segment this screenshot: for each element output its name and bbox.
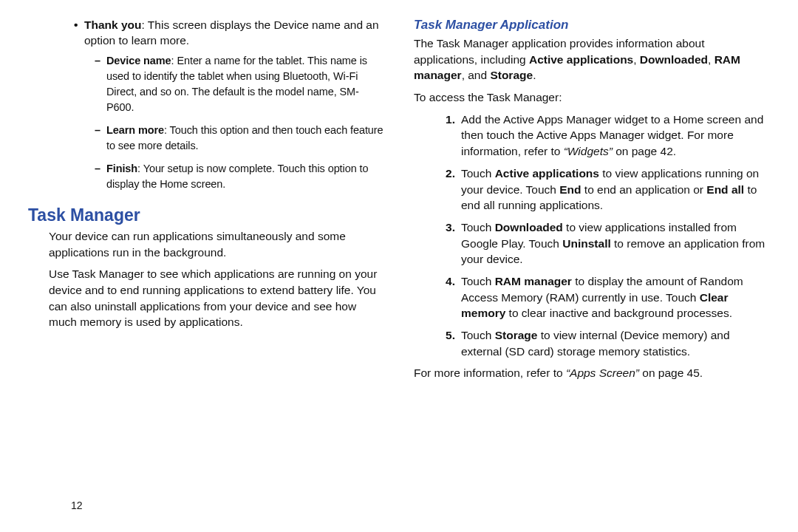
tm-access-line: To access the Task Manager:: [414, 89, 770, 106]
thank-you-label: Thank you: [84, 18, 142, 31]
step-number: 4.: [436, 273, 461, 321]
numbered-steps: 1. Add the Active Apps Manager widget to…: [436, 112, 770, 360]
step-5: 5. Touch Storage to view internal (Devic…: [436, 327, 770, 359]
tm-outro: For more information, refer to “Apps Scr…: [414, 365, 770, 381]
step-3: 3. Touch Downloaded to view applications…: [436, 219, 770, 267]
dash-list: – Device name: Enter a name for the tabl…: [95, 53, 384, 192]
task-manager-app-heading: Task Manager Application: [414, 18, 770, 33]
manual-page: • Thank you: This screen displays the De…: [0, 0, 798, 532]
dash-learn-more: – Learn more: Touch this option and then…: [95, 123, 384, 154]
tm-app-intro: The Task Manager application provides in…: [414, 35, 770, 83]
left-column: • Thank you: This screen displays the De…: [28, 18, 399, 517]
finish-label: Finish: [106, 163, 137, 174]
bullet-thank-you: • Thank you: This screen displays the De…: [74, 18, 384, 49]
step-number: 2.: [436, 166, 461, 214]
bullet-text: Thank you: This screen displays the Devi…: [84, 18, 384, 49]
step-4: 4. Touch RAM manager to display the amou…: [436, 273, 770, 321]
step-number: 3.: [436, 219, 461, 267]
step-number: 1.: [436, 112, 461, 160]
task-manager-heading: Task Manager: [28, 205, 384, 225]
tm-paragraph-2: Use Task Manager to see which applicatio…: [49, 266, 384, 330]
step-number: 5.: [436, 327, 461, 359]
tm-paragraph-1: Your device can run applications simulta…: [49, 228, 384, 260]
dash-device-name: – Device name: Enter a name for the tabl…: [95, 53, 384, 115]
page-number: 12: [71, 499, 83, 511]
dash-icon: –: [95, 161, 106, 192]
device-name-label: Device name: [106, 55, 171, 66]
apps-screen-ref: “Apps Screen”: [566, 366, 639, 379]
step-1: 1. Add the Active Apps Manager widget to…: [436, 112, 770, 160]
finish-text: : Your setup is now complete. Touch this…: [106, 163, 368, 190]
bullet-dot-icon: •: [74, 18, 84, 49]
step-2: 2. Touch Active applications to view app…: [436, 166, 770, 214]
dash-icon: –: [95, 53, 106, 115]
learn-more-label: Learn more: [106, 124, 164, 136]
dash-icon: –: [95, 123, 106, 154]
widgets-ref: “Widgets”: [564, 145, 613, 157]
right-column: Task Manager Application The Task Manage…: [399, 18, 770, 517]
dash-finish: – Finish: Your setup is now complete. To…: [95, 161, 384, 192]
